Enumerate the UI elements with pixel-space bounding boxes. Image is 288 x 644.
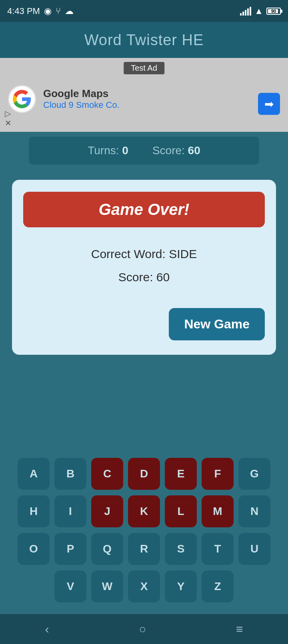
key-c[interactable]: C xyxy=(91,458,123,490)
key-row-4: V W X Y Z xyxy=(4,570,284,602)
usb-icon: ⑂ xyxy=(56,6,61,16)
game-over-title: Game Over! xyxy=(23,192,265,227)
key-t[interactable]: T xyxy=(202,533,234,565)
key-k[interactable]: K xyxy=(128,495,160,527)
cloud-icon: ☁ xyxy=(65,6,74,16)
key-row-1: A B C D E F G xyxy=(4,458,284,490)
nav-bar: ‹ ○ ≡ xyxy=(0,614,288,644)
status-bar: 4:43 PM ◉ ⑂ ☁ ▲ 90 xyxy=(0,0,288,22)
ad-arrow-icon[interactable]: ➡ xyxy=(258,93,280,115)
wifi-icon: ▲ xyxy=(254,6,263,16)
key-w[interactable]: W xyxy=(91,570,123,602)
nav-menu-icon[interactable]: ≡ xyxy=(236,622,243,636)
new-game-button[interactable]: New Game xyxy=(169,308,265,340)
app-header: Word Twister HE xyxy=(0,22,288,58)
whatsapp-icon: ◉ xyxy=(44,6,52,16)
app-title: Word Twister HE xyxy=(84,32,204,49)
key-z[interactable]: Z xyxy=(202,570,234,602)
key-row-2: H I J K L M N xyxy=(4,495,284,527)
key-u[interactable]: U xyxy=(238,533,270,565)
nav-back-icon[interactable]: ‹ xyxy=(45,622,49,636)
key-y[interactable]: Y xyxy=(165,570,197,602)
key-row-3: O P Q R S T U xyxy=(4,533,284,565)
key-l[interactable]: L xyxy=(165,495,197,527)
ad-close-icon[interactable]: ✕ xyxy=(5,119,12,127)
score-label: Score: 60 xyxy=(152,144,200,157)
score-value: 60 xyxy=(188,144,200,157)
dialog-score-label: Score: 60 xyxy=(23,270,265,284)
ad-subtitle: Cloud 9 Smoke Co. xyxy=(43,100,120,110)
key-r[interactable]: R xyxy=(128,533,160,565)
status-time: 4:43 PM xyxy=(7,6,40,16)
ad-controls: ▷ ✕ xyxy=(5,109,12,127)
key-v[interactable]: V xyxy=(54,570,86,602)
key-b[interactable]: B xyxy=(54,458,86,490)
key-o[interactable]: O xyxy=(18,533,50,565)
signal-icon xyxy=(240,7,251,16)
key-e[interactable]: E xyxy=(165,458,197,490)
score-bar: Turns: 0 Score: 60 xyxy=(29,137,259,165)
key-p[interactable]: P xyxy=(54,533,86,565)
turns-value: 0 xyxy=(122,144,128,157)
ad-banner[interactable]: Test Ad Google Maps Cloud 9 Smoke Co. ➡ … xyxy=(0,58,288,132)
key-x[interactable]: X xyxy=(128,570,160,602)
keyboard: A B C D E F G H I J K L M N O P Q R S T … xyxy=(0,451,288,612)
key-i[interactable]: I xyxy=(54,495,86,527)
ad-logo xyxy=(8,85,36,113)
game-over-dialog: Game Over! Correct Word: SIDE Score: 60 … xyxy=(12,180,276,355)
ad-label: Test Ad xyxy=(124,62,164,74)
battery-icon: 90 xyxy=(266,8,281,15)
status-right: ▲ 90 xyxy=(240,6,281,16)
key-s[interactable]: S xyxy=(165,533,197,565)
key-g[interactable]: G xyxy=(238,458,270,490)
ad-text: Google Maps Cloud 9 Smoke Co. xyxy=(43,87,120,110)
key-a[interactable]: A xyxy=(18,458,50,490)
ad-company: Google Maps xyxy=(43,87,120,100)
key-m[interactable]: M xyxy=(202,495,234,527)
key-j[interactable]: J xyxy=(91,495,123,527)
status-left: 4:43 PM ◉ ⑂ ☁ xyxy=(7,6,74,16)
key-n[interactable]: N xyxy=(238,495,270,527)
key-d[interactable]: D xyxy=(128,458,160,490)
key-f[interactable]: F xyxy=(202,458,234,490)
key-q[interactable]: Q xyxy=(91,533,123,565)
correct-word-label: Correct Word: SIDE xyxy=(23,247,265,261)
ad-play-icon: ▷ xyxy=(5,109,12,117)
turns-label: Turns: 0 xyxy=(88,144,128,157)
key-h[interactable]: H xyxy=(18,495,50,527)
nav-home-icon[interactable]: ○ xyxy=(139,622,146,636)
